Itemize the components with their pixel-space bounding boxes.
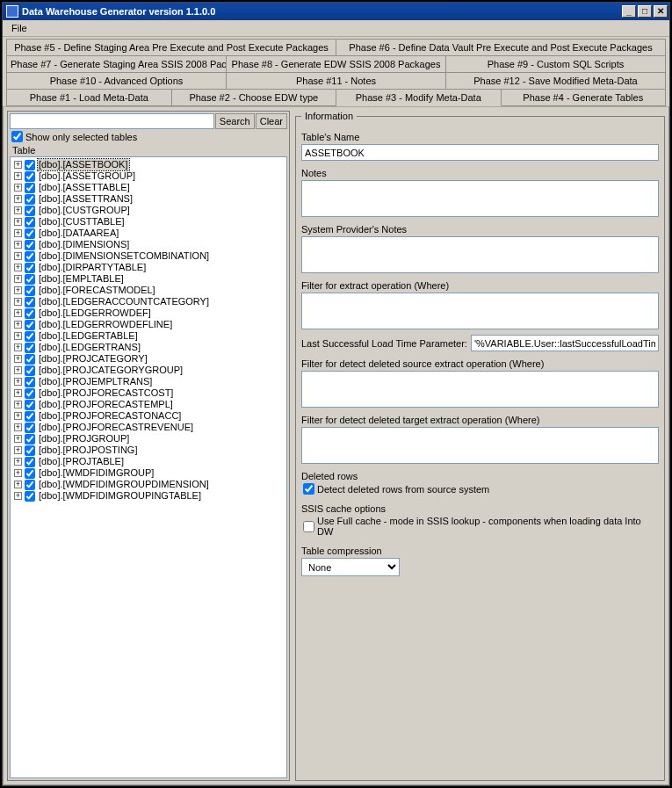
notes-textarea[interactable] [301, 180, 659, 217]
tree-checkbox[interactable] [25, 240, 35, 250]
last-load-input[interactable] [471, 335, 659, 351]
table-tree[interactable]: +[dbo].[ASSETBOOK]+[dbo].[ASSETGROUP]+[d… [10, 156, 287, 778]
tab[interactable]: Phase #7 - Generate Staging Area SSIS 20… [6, 56, 227, 73]
tree-checkbox[interactable] [25, 480, 35, 490]
tree-checkbox[interactable] [25, 274, 35, 285]
tree-item[interactable]: +[dbo].[PROJPOSTING] [12, 445, 285, 456]
tab[interactable]: Phase #3 - Modify Meta-Data [336, 90, 502, 106]
maximize-button[interactable]: □ [638, 5, 652, 18]
tree-checkbox[interactable] [25, 434, 35, 445]
tab[interactable]: Phase #5 - Define Staging Area Pre Execu… [6, 39, 336, 56]
tree-checkbox[interactable] [25, 400, 35, 410]
expand-icon[interactable]: + [14, 172, 22, 180]
tab[interactable]: Phase #4 - Generate Tables [502, 90, 667, 106]
tree-checkbox[interactable] [25, 468, 35, 479]
tree-item[interactable]: +[dbo].[DIMENSIONSETCOMBINATION] [12, 250, 285, 262]
tab[interactable]: Phase #8 - Generate EDW SSIS 2008 Packag… [227, 56, 446, 73]
expand-icon[interactable]: + [14, 218, 22, 226]
tree-item[interactable]: +[dbo].[DIRPARTYTABLE] [12, 262, 285, 273]
clear-button[interactable]: Clear [256, 113, 287, 129]
tree-item[interactable]: +[dbo].[PROJFORECASTEMPL] [12, 399, 285, 410]
tree-item[interactable]: +[dbo].[PROJFORECASTONACC] [12, 410, 285, 422]
expand-icon[interactable]: + [14, 184, 22, 192]
tree-item[interactable]: +[dbo].[CUSTGROUP] [12, 205, 285, 216]
tree-checkbox[interactable] [25, 251, 35, 262]
tree-checkbox[interactable] [25, 194, 35, 205]
expand-icon[interactable]: + [14, 229, 22, 237]
expand-icon[interactable]: + [14, 275, 22, 283]
detect-deleted-checkbox[interactable] [303, 483, 314, 495]
tree-item[interactable]: +[dbo].[PROJFORECASTREVENUE] [12, 422, 285, 433]
tree-item[interactable]: +[dbo].[PROJCATEGORYGROUP] [12, 365, 285, 376]
search-button[interactable]: Search [215, 113, 255, 129]
filter-del-target-textarea[interactable] [301, 427, 659, 464]
minimize-button[interactable]: _ [622, 5, 636, 18]
tree-checkbox[interactable] [25, 308, 35, 319]
expand-icon[interactable]: + [14, 423, 22, 431]
close-button[interactable]: ✕ [654, 5, 668, 18]
expand-icon[interactable]: + [14, 492, 22, 500]
expand-icon[interactable]: + [14, 412, 22, 420]
expand-icon[interactable]: + [14, 286, 22, 294]
tree-checkbox[interactable] [25, 217, 35, 228]
tree-item[interactable]: +[dbo].[ASSETBOOK] [12, 159, 285, 170]
tree-item[interactable]: +[dbo].[EMPLTABLE] [12, 273, 285, 285]
expand-icon[interactable]: + [14, 481, 22, 488]
tree-checkbox[interactable] [25, 423, 35, 433]
tree-checkbox[interactable] [25, 297, 35, 307]
tree-checkbox[interactable] [25, 457, 35, 467]
expand-icon[interactable]: + [14, 355, 22, 363]
filter-extract-textarea[interactable] [301, 293, 659, 329]
full-cache-row[interactable]: Use Full cache - mode in SSIS lookup - c… [303, 516, 657, 537]
tree-checkbox[interactable] [25, 320, 35, 330]
tree-checkbox[interactable] [25, 354, 35, 365]
expand-icon[interactable]: + [14, 241, 22, 249]
expand-icon[interactable]: + [14, 195, 22, 203]
table-name-input[interactable] [301, 144, 659, 161]
tree-checkbox[interactable] [25, 183, 35, 193]
tab[interactable]: Phase #2 - Choose EDW type [172, 90, 337, 106]
expand-icon[interactable]: + [14, 161, 22, 169]
tree-item[interactable]: +[dbo].[WMDFIDIMGROUPINGTABLE] [12, 490, 285, 502]
expand-icon[interactable]: + [14, 332, 22, 340]
tree-checkbox[interactable] [25, 263, 35, 273]
tree-item[interactable]: +[dbo].[PROJFORECASTCOST] [12, 387, 285, 399]
tree-item[interactable]: +[dbo].[DIMENSIONS] [12, 239, 285, 250]
tree-checkbox[interactable] [25, 286, 35, 296]
expand-icon[interactable]: + [14, 309, 22, 317]
tree-checkbox[interactable] [25, 343, 35, 353]
tree-item[interactable]: +[dbo].[DATAAREA] [12, 228, 285, 239]
tree-item[interactable]: +[dbo].[PROJGROUP] [12, 433, 285, 445]
tree-item[interactable]: +[dbo].[PROJEMPLTRANS] [12, 376, 285, 387]
expand-icon[interactable]: + [14, 446, 22, 454]
tab[interactable]: Phase #10 - Advanced Options [6, 73, 227, 90]
show-only-selected-checkbox[interactable] [11, 131, 23, 142]
tree-checkbox[interactable] [25, 377, 35, 387]
tree-checkbox[interactable] [25, 411, 35, 422]
tree-item[interactable]: +[dbo].[LEDGERROWDEF] [12, 307, 285, 319]
tree-item[interactable]: +[dbo].[PROJTABLE] [12, 456, 285, 467]
expand-icon[interactable]: + [14, 366, 22, 374]
tree-checkbox[interactable] [25, 365, 35, 376]
tree-item[interactable]: +[dbo].[WMDFIDIMGROUP] [12, 467, 285, 479]
tree-checkbox[interactable] [25, 491, 35, 502]
tree-item[interactable]: +[dbo].[LEDGERTABLE] [12, 330, 285, 342]
tree-checkbox[interactable] [25, 228, 35, 239]
show-only-selected-row[interactable]: Show only selected tables [11, 131, 285, 142]
detect-deleted-row[interactable]: Detect deleted rows from source system [303, 483, 657, 495]
tree-checkbox[interactable] [25, 206, 35, 216]
tree-checkbox[interactable] [25, 171, 35, 182]
tree-checkbox[interactable] [25, 160, 35, 170]
tree-item[interactable]: +[dbo].[ASSETTRANS] [12, 193, 285, 205]
expand-icon[interactable]: + [14, 378, 22, 386]
expand-icon[interactable]: + [14, 264, 22, 271]
expand-icon[interactable]: + [14, 206, 22, 214]
expand-icon[interactable]: + [14, 343, 22, 351]
tab[interactable]: Phase #1 - Load Meta-Data [6, 90, 172, 106]
sys-notes-textarea[interactable] [301, 236, 659, 273]
tree-item[interactable]: +[dbo].[ASSETTABLE] [12, 182, 285, 193]
expand-icon[interactable]: + [14, 401, 22, 408]
tree-item[interactable]: +[dbo].[ASSETGROUP] [12, 170, 285, 182]
tree-checkbox[interactable] [25, 331, 35, 342]
table-compression-select[interactable]: None [302, 559, 399, 575]
